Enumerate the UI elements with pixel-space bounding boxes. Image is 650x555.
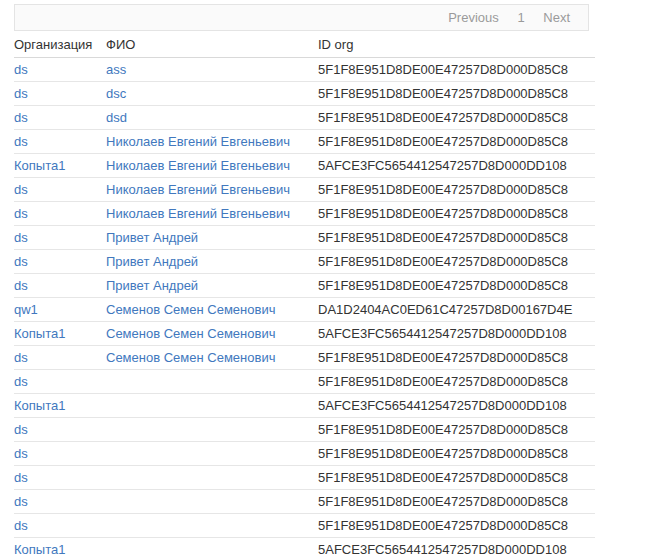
fio-cell: Привет Андрей — [106, 274, 318, 298]
fio-cell: Николаев Евгений Евгеньевич — [106, 154, 318, 178]
organization-link[interactable]: ds — [14, 86, 28, 101]
organization-cell: ds — [14, 370, 106, 394]
column-header-fio: ФИО — [106, 33, 318, 58]
organization-link[interactable]: Копыта1 — [14, 326, 65, 341]
fio-link[interactable]: ass — [106, 62, 126, 77]
organization-cell: ds — [14, 202, 106, 226]
fio-link[interactable]: dsd — [106, 110, 127, 125]
fio-cell — [106, 442, 318, 466]
fio-cell: dsd — [106, 106, 318, 130]
table-row: dsНиколаев Евгений Евгеньевич5F1F8E951D8… — [14, 130, 595, 154]
id-org-cell: 5F1F8E951D8DE00E47257D8D000D85C8 — [318, 82, 595, 106]
organization-link[interactable]: ds — [14, 254, 28, 269]
organization-link[interactable]: ds — [14, 182, 28, 197]
fio-cell: Николаев Евгений Евгеньевич — [106, 130, 318, 154]
organization-cell: ds — [14, 418, 106, 442]
fio-link[interactable]: Привет Андрей — [106, 230, 198, 245]
id-org-cell: 5F1F8E951D8DE00E47257D8D000D85C8 — [318, 250, 595, 274]
organization-link[interactable]: Копыта1 — [14, 542, 65, 555]
fio-cell — [106, 370, 318, 394]
table-row: qw1Семенов Семен СеменовичDA1D2404AC0ED6… — [14, 298, 595, 322]
page: Previous 1 Next Организация ФИО ID org d… — [0, 0, 650, 555]
organization-link[interactable]: ds — [14, 350, 28, 365]
organization-link[interactable]: qw1 — [14, 302, 38, 317]
fio-cell — [106, 514, 318, 538]
organization-cell: Копыта1 — [14, 394, 106, 418]
fio-link[interactable]: Николаев Евгений Евгеньевич — [106, 182, 290, 197]
organization-cell: ds — [14, 58, 106, 82]
fio-cell — [106, 394, 318, 418]
fio-cell: Николаев Евгений Евгеньевич — [106, 178, 318, 202]
organization-link[interactable]: ds — [14, 422, 28, 437]
organization-link[interactable]: Копыта1 — [14, 158, 65, 173]
id-org-cell: 5F1F8E951D8DE00E47257D8D000D85C8 — [318, 514, 595, 538]
id-org-cell: 5AFCE3FC5654412547257D8D000DD108 — [318, 394, 595, 418]
organization-link[interactable]: ds — [14, 278, 28, 293]
fio-link[interactable]: dsc — [106, 86, 126, 101]
fio-link[interactable]: Николаев Евгений Евгеньевич — [106, 134, 290, 149]
id-org-cell: 5F1F8E951D8DE00E47257D8D000D85C8 — [318, 442, 595, 466]
table-body: dsass5F1F8E951D8DE00E47257D8D000D85C8dsd… — [14, 58, 595, 555]
table-row: ds5F1F8E951D8DE00E47257D8D000D85C8 — [14, 418, 595, 442]
organization-link[interactable]: ds — [14, 470, 28, 485]
fio-link[interactable]: Николаев Евгений Евгеньевич — [106, 158, 290, 173]
table-row: dsСеменов Семен Семенович5F1F8E951D8DE00… — [14, 346, 595, 370]
fio-cell: Привет Андрей — [106, 250, 318, 274]
fio-cell — [106, 466, 318, 490]
id-org-cell: 5AFCE3FC5654412547257D8D000DD108 — [318, 538, 595, 555]
pagination-page-1-button[interactable]: 1 — [517, 10, 524, 25]
fio-link[interactable]: Николаев Евгений Евгеньевич — [106, 206, 290, 221]
fio-link[interactable]: Привет Андрей — [106, 254, 198, 269]
organization-cell: ds — [14, 130, 106, 154]
organization-link[interactable]: ds — [14, 134, 28, 149]
table-row: Копыта1Николаев Евгений Евгеньевич5AFCE3… — [14, 154, 595, 178]
organization-link[interactable]: ds — [14, 518, 28, 533]
id-org-cell: 5F1F8E951D8DE00E47257D8D000D85C8 — [318, 274, 595, 298]
fio-cell: Семенов Семен Семенович — [106, 298, 318, 322]
organization-link[interactable]: ds — [14, 62, 28, 77]
id-org-cell: 5AFCE3FC5654412547257D8D000DD108 — [318, 154, 595, 178]
table-row: dsНиколаев Евгений Евгеньевич5F1F8E951D8… — [14, 202, 595, 226]
fio-link[interactable]: Семенов Семен Семенович — [106, 350, 275, 365]
organization-link[interactable]: ds — [14, 494, 28, 509]
organization-cell: ds — [14, 106, 106, 130]
table-row: dsdsc5F1F8E951D8DE00E47257D8D000D85C8 — [14, 82, 595, 106]
column-header-organization: Организация — [14, 33, 106, 58]
organization-link[interactable]: ds — [14, 446, 28, 461]
id-org-cell: 5F1F8E951D8DE00E47257D8D000D85C8 — [318, 418, 595, 442]
table-row: dsНиколаев Евгений Евгеньевич5F1F8E951D8… — [14, 178, 595, 202]
fio-link[interactable]: Привет Андрей — [106, 278, 198, 293]
id-org-cell: 5F1F8E951D8DE00E47257D8D000D85C8 — [318, 466, 595, 490]
table-row: ds5F1F8E951D8DE00E47257D8D000D85C8 — [14, 442, 595, 466]
organization-cell: ds — [14, 250, 106, 274]
organization-link[interactable]: ds — [14, 110, 28, 125]
organization-cell: Копыта1 — [14, 154, 106, 178]
organization-cell: ds — [14, 514, 106, 538]
organization-link[interactable]: ds — [14, 206, 28, 221]
fio-link[interactable]: Семенов Семен Семенович — [106, 326, 275, 341]
fio-cell — [106, 538, 318, 555]
organization-link[interactable]: ds — [14, 374, 28, 389]
id-org-cell: 5F1F8E951D8DE00E47257D8D000D85C8 — [318, 370, 595, 394]
table-row: dsdsd5F1F8E951D8DE00E47257D8D000D85C8 — [14, 106, 595, 130]
organization-cell: ds — [14, 442, 106, 466]
pagination-bar: Previous 1 Next — [14, 4, 589, 31]
table-row: ds5F1F8E951D8DE00E47257D8D000D85C8 — [14, 514, 595, 538]
pagination-previous-button[interactable]: Previous — [448, 10, 499, 25]
column-header-id-org: ID org — [318, 33, 595, 58]
organization-link[interactable]: Копыта1 — [14, 398, 65, 413]
fio-cell — [106, 418, 318, 442]
table-row: ds5F1F8E951D8DE00E47257D8D000D85C8 — [14, 370, 595, 394]
organization-link[interactable]: ds — [14, 230, 28, 245]
table-row: Копыта15AFCE3FC5654412547257D8D000DD108 — [14, 538, 595, 555]
pagination-next-button[interactable]: Next — [543, 10, 570, 25]
organization-cell: ds — [14, 346, 106, 370]
id-org-cell: 5F1F8E951D8DE00E47257D8D000D85C8 — [318, 202, 595, 226]
table-row: ds5F1F8E951D8DE00E47257D8D000D85C8 — [14, 466, 595, 490]
organization-cell: Копыта1 — [14, 322, 106, 346]
fio-cell: Семенов Семен Семенович — [106, 346, 318, 370]
table-row: dsПривет Андрей5F1F8E951D8DE00E47257D8D0… — [14, 226, 595, 250]
table-row: dsass5F1F8E951D8DE00E47257D8D000D85C8 — [14, 58, 595, 82]
id-org-cell: 5F1F8E951D8DE00E47257D8D000D85C8 — [318, 130, 595, 154]
fio-link[interactable]: Семенов Семен Семенович — [106, 302, 275, 317]
